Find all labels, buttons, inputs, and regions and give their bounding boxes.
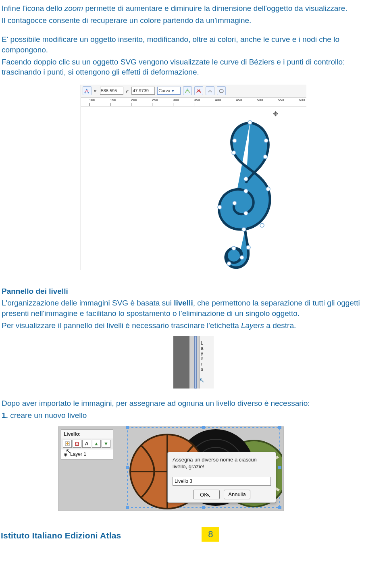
livelli-bold: livelli <box>174 299 193 307</box>
pointer-cursor-icon: ↖ <box>199 376 204 385</box>
svg-point-17 <box>244 211 248 215</box>
text: permette di aumentare e diminuire la dim… <box>83 4 347 12</box>
svg-rect-40 <box>278 426 281 429</box>
text: Infine l'icona dello <box>2 4 64 12</box>
treble-clef-shape[interactable] <box>206 118 290 272</box>
node-tool-icon[interactable] <box>83 86 92 95</box>
text: a destra. <box>264 321 296 330</box>
layers-tab-label[interactable]: Layers <box>199 340 204 372</box>
horizontal-ruler: 100150200250300350400450500550600 <box>81 98 306 106</box>
svg-rect-45 <box>126 466 129 469</box>
ruler-tick: 200 <box>131 98 137 102</box>
move-layer-down-button[interactable]: ▼ <box>102 440 110 448</box>
svg-point-2 <box>88 92 89 93</box>
svg-point-22 <box>232 246 236 250</box>
svg-point-11 <box>232 151 236 155</box>
rename-layer-button[interactable]: A <box>82 440 91 448</box>
step-1: 1. creare un nuovo livello <box>2 410 385 421</box>
svg-point-20 <box>260 223 264 227</box>
screenshot-node-editor: x: 588.595 y: 47.9739 Curva ▾ + 10015020… <box>81 85 306 270</box>
ruler-tick: 100 <box>89 98 95 102</box>
paragraph-3: E' possibile modificare un oggetto inser… <box>2 34 385 55</box>
svg-text:+: + <box>186 88 188 91</box>
y-label: y: <box>126 88 129 94</box>
svg-point-16 <box>244 189 248 193</box>
ruler-tick: 600 <box>299 98 305 102</box>
paragraph-2: Il contagocce consente di recuperare un … <box>2 15 385 26</box>
y-value-field[interactable]: 47.9739 <box>131 87 155 95</box>
step-num: 1. <box>2 411 8 420</box>
svg-point-24 <box>240 256 244 260</box>
layers-panel-header: Livello: <box>61 430 113 438</box>
ruler-tick: 400 <box>215 98 221 102</box>
svg-point-6 <box>219 89 223 93</box>
delete-layer-button[interactable] <box>73 440 81 448</box>
layers-italic: Layers <box>241 321 264 330</box>
svg-point-15 <box>218 205 222 209</box>
canvas-grey-area <box>173 336 189 389</box>
ruler-tick: 250 <box>152 98 158 102</box>
step-text: creare un nuovo livello <box>8 411 87 420</box>
svg-point-21 <box>246 245 250 249</box>
heading-strong: Pannello dei livelli <box>2 287 68 295</box>
x-value-field[interactable]: 588.595 <box>100 87 123 95</box>
paragraph-5: L'organizzazione delle immagini SVG è ba… <box>2 298 385 318</box>
svg-point-14 <box>266 187 270 191</box>
text: Per visualizzare il pannello dei livelli… <box>2 321 241 330</box>
layer-name: Layer 1 <box>70 451 86 457</box>
open-path-icon[interactable] <box>206 86 214 95</box>
paragraph-4: Facendo doppio clic su un oggetto SVG ve… <box>2 57 385 77</box>
svg-rect-39 <box>126 426 129 429</box>
pointer-cursor-icon: ↖ <box>66 447 71 456</box>
publisher-brand: Istituto Italiano Edizioni Atlas <box>1 530 121 541</box>
ruler-tick: 450 <box>236 98 242 102</box>
ruler-tick: 500 <box>257 98 263 102</box>
svg-point-1 <box>86 89 87 90</box>
ok-button[interactable]: OK↖ <box>193 490 220 499</box>
page-footer: Istituto Italiano Edizioni Atlas 8 <box>0 527 387 546</box>
text: L'organizzazione delle immagini SVG è ba… <box>2 299 174 307</box>
layer-name-input[interactable] <box>173 477 271 486</box>
svg-point-23 <box>227 262 231 266</box>
svg-point-8 <box>248 121 252 125</box>
svg-rect-43 <box>202 426 205 429</box>
svg-rect-42 <box>278 506 281 509</box>
move-layer-up-button[interactable]: ▲ <box>92 440 101 448</box>
move-cursor-icon: ✥ <box>273 110 278 118</box>
ruler-tick: 550 <box>278 98 284 102</box>
ruler-tick: 350 <box>194 98 200 102</box>
ruler-tick: 150 <box>110 98 116 102</box>
svg-point-9 <box>233 139 237 143</box>
svg-point-10 <box>264 139 268 143</box>
paragraph-1: Infine l'icona dello zoom permette di au… <box>2 3 385 14</box>
zoom-italic: zoom <box>64 4 83 12</box>
screenshot-new-layer-dialog: Livello: A ▲ ▼ ◉ Layer 1 ↖ <box>58 426 284 511</box>
svg-point-18 <box>233 201 237 205</box>
new-layer-dialog: Assegna un diverso nome a ciascun livell… <box>167 452 276 503</box>
svg-point-19 <box>242 227 246 231</box>
ruler-tick: 300 <box>173 98 179 102</box>
heading-pannello: Pannello dei livelli <box>2 286 385 297</box>
add-node-icon[interactable]: + <box>183 86 192 95</box>
x-label: x: <box>94 88 98 94</box>
panel-splitter[interactable] <box>194 336 197 389</box>
svg-point-12 <box>263 155 267 159</box>
dialog-message: Assegna un diverso nome a ciascun livell… <box>173 456 271 470</box>
page-number: 8 <box>202 527 219 542</box>
svg-rect-44 <box>202 506 205 509</box>
screenshot-layers-tab: Layers ↖ <box>173 336 214 389</box>
delete-node-icon[interactable] <box>194 86 203 95</box>
pointer-cursor-icon: ↖ <box>206 492 211 499</box>
svg-point-13 <box>244 177 248 181</box>
paragraph-6: Per visualizzare il pannello dei livelli… <box>2 320 385 331</box>
svg-rect-46 <box>278 466 281 469</box>
svg-rect-41 <box>126 506 129 509</box>
cancel-button[interactable]: Annulla <box>224 490 250 499</box>
canvas-stage[interactable]: ✥ <box>81 106 306 270</box>
chevron-down-icon: ▾ <box>172 88 174 93</box>
close-path-icon[interactable] <box>217 86 226 95</box>
svg-point-0 <box>85 92 86 93</box>
node-editor-toolbar: x: 588.595 y: 47.9739 Curva ▾ + <box>81 85 306 98</box>
select-value: Curva <box>158 88 170 93</box>
segment-type-select[interactable]: Curva ▾ <box>157 87 181 95</box>
